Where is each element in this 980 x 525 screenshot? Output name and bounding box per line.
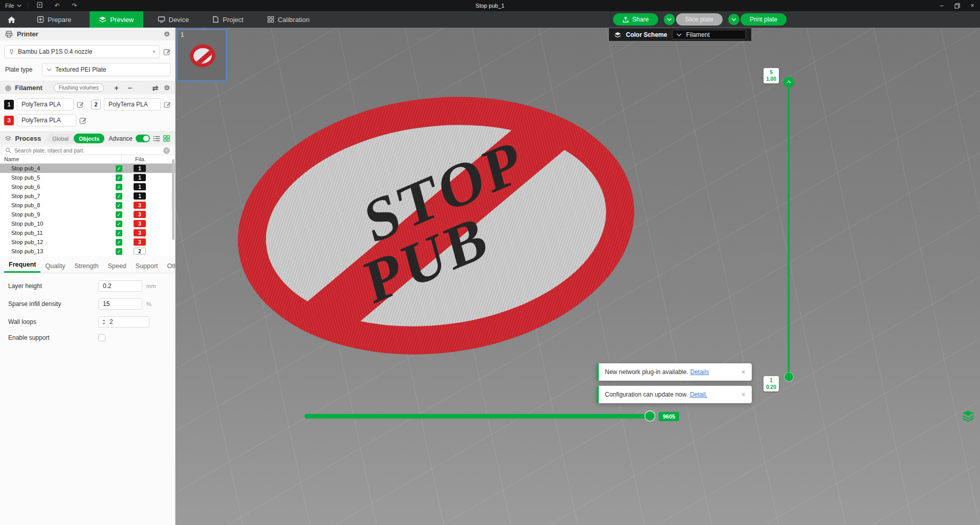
printer-select[interactable]: Bambu Lab P1S 0.4 nozzle ▾ — [4, 45, 160, 58]
file-menu[interactable]: File — [5, 3, 21, 9]
visibility-checkbox[interactable]: ✓ — [116, 165, 122, 172]
tab-calibration[interactable]: Calibration — [258, 11, 319, 28]
undo-icon[interactable]: ↶ — [52, 2, 63, 9]
layer-slider-handle[interactable] — [785, 373, 793, 381]
table-row[interactable]: Stop pub_13 ✓ 2 — [0, 247, 175, 256]
tab-frequent[interactable]: Frequent — [4, 261, 40, 273]
close-button[interactable]: × — [965, 0, 980, 11]
chevron-down-icon — [47, 68, 52, 71]
filament-badge[interactable]: 1 — [134, 192, 146, 200]
print-plate-button[interactable]: Print plate — [741, 13, 787, 26]
table-row[interactable]: Stop pub_6 ✓ 1 — [0, 182, 175, 191]
flushing-volumes-button[interactable]: Flushing volumes — [54, 83, 104, 92]
edit-filament-1-icon[interactable] — [77, 101, 84, 108]
filament-badge[interactable]: 3 — [134, 238, 146, 246]
filament-2-select[interactable]: PolyTerra PLA — [104, 98, 161, 111]
notification-details-link[interactable]: Details — [690, 368, 709, 376]
tab-quality[interactable]: Quality — [40, 262, 70, 273]
tab-device[interactable]: Device — [148, 11, 199, 28]
tab-project[interactable]: Project — [203, 11, 252, 28]
printer-settings-gear-icon[interactable]: ⚙ — [164, 30, 170, 38]
scope-objects-button[interactable]: Objects — [74, 134, 104, 143]
tab-speed[interactable]: Speed — [103, 262, 131, 273]
filament-badge[interactable]: 3 — [134, 229, 146, 236]
filament-badge[interactable]: 3 — [134, 211, 146, 218]
table-row[interactable]: Stop pub_12 ✓ 3 — [0, 237, 175, 247]
model-stop-pub-sign[interactable]: STOP PUB — [223, 75, 649, 376]
edit-filament-2-icon[interactable] — [164, 101, 171, 108]
visibility-checkbox[interactable]: ✓ — [116, 184, 122, 190]
plate-thumbnail[interactable]: 1 — [177, 29, 227, 81]
filament-badge[interactable]: 1 — [134, 183, 146, 190]
filament-settings-gear-icon[interactable]: ⚙ — [164, 84, 170, 92]
filament-badge[interactable]: 1 — [134, 165, 146, 172]
share-button[interactable]: Share — [613, 13, 658, 26]
table-row[interactable]: Stop pub_8 ✓ 3 — [0, 201, 175, 210]
sparse-infill-input[interactable] — [98, 298, 142, 310]
filament-badge[interactable]: 3 — [134, 220, 146, 227]
notification-detail-link[interactable]: Detail. — [690, 391, 707, 398]
layers-view-button[interactable] — [961, 408, 976, 424]
table-row[interactable]: Stop pub_7 ✓ 1 — [0, 191, 175, 201]
scope-global-button[interactable]: Global — [47, 136, 74, 142]
minimize-button[interactable]: – — [934, 0, 949, 11]
filament-badge[interactable]: 1 — [134, 174, 146, 181]
visibility-checkbox[interactable]: ✓ — [116, 239, 122, 246]
advance-toggle[interactable] — [136, 135, 150, 142]
close-icon[interactable]: × — [742, 390, 746, 399]
tab-prepare[interactable]: Prepare — [28, 11, 80, 28]
search-input[interactable] — [14, 147, 160, 154]
viewport-3d[interactable]: 1 Color Scheme Filament — [176, 28, 980, 525]
filament-sync-icon[interactable]: ⇄ — [150, 84, 160, 92]
filament-2-color-badge[interactable]: 2 — [91, 100, 101, 110]
filament-3-color-badge[interactable]: 3 — [4, 116, 14, 125]
color-scheme-select[interactable]: Filament — [672, 30, 746, 39]
tab-preview[interactable]: Preview — [90, 11, 143, 28]
visibility-checkbox[interactable]: ✓ — [116, 193, 122, 200]
tab-others[interactable]: Others — [163, 262, 176, 273]
filament-badge[interactable]: 3 — [134, 202, 146, 209]
filament-1-color-badge[interactable]: 1 — [4, 100, 14, 110]
home-button[interactable] — [0, 11, 23, 28]
table-row[interactable]: Stop pub_5 ✓ 1 — [0, 173, 175, 182]
layer-slider-track[interactable] — [788, 82, 790, 377]
filament-3-select[interactable]: PolyTerra PLA — [17, 114, 76, 126]
table-scrollbar[interactable] — [172, 159, 175, 240]
table-row[interactable]: Stop pub_11 ✓ 3 — [0, 228, 175, 237]
save-icon[interactable] — [34, 2, 46, 10]
filament-badge[interactable]: 2 — [134, 248, 146, 255]
objects-grid-icon[interactable] — [163, 135, 170, 142]
stepper-down-icon[interactable] — [102, 323, 105, 325]
close-icon[interactable]: × — [742, 368, 746, 376]
filament-1-select[interactable]: PolyTerra PLA — [17, 98, 74, 111]
move-slider-track[interactable] — [304, 414, 656, 419]
enable-support-checkbox[interactable] — [98, 334, 105, 341]
plate-type-select[interactable]: Textured PEI Plate — [42, 63, 171, 76]
visibility-checkbox[interactable]: ✓ — [116, 248, 122, 255]
slice-plate-button[interactable]: Slice plate — [676, 13, 723, 26]
tab-strength[interactable]: Strength — [70, 262, 103, 273]
print-options-button[interactable] — [728, 14, 739, 25]
edit-printer-icon[interactable] — [163, 48, 171, 56]
layer-height-input[interactable] — [98, 280, 142, 292]
visibility-checkbox[interactable]: ✓ — [116, 202, 122, 209]
table-row[interactable]: Stop pub_9 ✓ 3 — [0, 210, 175, 219]
remove-filament-button[interactable]: − — [125, 84, 135, 92]
slice-options-button[interactable] — [664, 14, 675, 25]
edit-filament-3-icon[interactable] — [79, 117, 87, 124]
visibility-checkbox[interactable]: ✓ — [116, 230, 122, 236]
visibility-checkbox[interactable]: ✓ — [116, 211, 122, 218]
maximize-button[interactable] — [949, 0, 965, 11]
move-slider-handle[interactable] — [645, 411, 655, 421]
redo-icon[interactable]: ↷ — [69, 2, 80, 9]
visibility-checkbox[interactable]: ✓ — [116, 221, 122, 227]
tab-support[interactable]: Support — [131, 262, 163, 273]
stepper-up-icon[interactable] — [102, 319, 105, 321]
table-row[interactable]: Stop pub_4 ✓ 1 — [0, 164, 175, 173]
search-clear-button[interactable]: × — [163, 147, 170, 154]
wall-loops-stepper[interactable]: 2 — [98, 316, 149, 327]
add-filament-button[interactable]: + — [112, 84, 121, 92]
parameter-list-icon[interactable] — [153, 136, 160, 142]
visibility-checkbox[interactable]: ✓ — [116, 174, 122, 181]
table-row[interactable]: Stop pub_10 ✓ 3 — [0, 219, 175, 228]
